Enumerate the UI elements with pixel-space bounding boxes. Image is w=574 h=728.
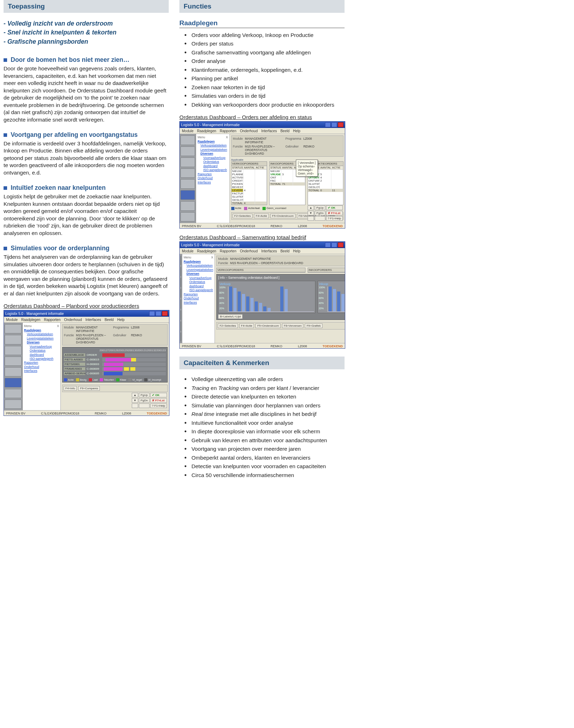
table-row[interactable]: BEVESTGN — [232, 186, 267, 189]
tree-node[interactable]: Onderhoud — [24, 365, 59, 369]
tree-node[interactable]: Rapporten — [24, 361, 59, 365]
fn-key-button[interactable]: F9=Grafiek — [305, 323, 323, 328]
sidebar-button[interactable] — [180, 201, 195, 211]
table-row[interactable]: PLANNEN — [232, 173, 267, 176]
gantt-bar[interactable] — [124, 367, 129, 371]
minimize-icon[interactable] — [325, 122, 331, 127]
cancel-button[interactable]: ✘ F7=Lst — [326, 211, 343, 215]
pgdn-button[interactable]: PgDn — [315, 211, 325, 215]
sidebar-button[interactable] — [180, 157, 195, 167]
gantt-bar[interactable] — [130, 367, 135, 371]
fn-key-button[interactable]: F2=Selecties — [218, 323, 238, 328]
tree-node[interactable]: Rapporten — [184, 293, 213, 296]
close-icon[interactable] — [338, 122, 343, 127]
menu-item[interactable]: Raadplegen — [21, 318, 40, 322]
sidebar[interactable] — [180, 254, 182, 343]
tree-node[interactable]: Verkoopstatistieken — [184, 264, 213, 268]
menu-item[interactable]: Rapporten — [44, 318, 61, 322]
tree-node[interactable]: ISO-aangelegenh — [197, 168, 228, 172]
gantt-bar[interactable] — [104, 372, 123, 375]
ok-button[interactable]: ✔ OK — [150, 393, 167, 397]
sidebar-button[interactable] — [5, 324, 22, 333]
sidebar-button[interactable] — [180, 190, 195, 200]
chart-panel[interactable]: [ Info – Samenvatting orderstatus dashbo… — [216, 274, 345, 320]
up-arrow-icon[interactable]: ▲ — [132, 393, 138, 397]
tree-close-icon[interactable]: X — [57, 324, 59, 328]
tree-node[interactable]: Diversen — [197, 152, 228, 156]
menu-item[interactable]: Rapporten — [220, 249, 237, 253]
tree-close-icon[interactable]: X — [211, 256, 213, 259]
menu-bar[interactable]: ModuleRaadplegenRapportenOnderhoudInterf… — [4, 317, 169, 323]
window-titlebar[interactable]: Logistix 5.0 - Management informatie — [4, 310, 169, 317]
table-row[interactable]: ACTIVERN — [232, 176, 267, 179]
menu-item[interactable]: Beeld — [280, 249, 289, 253]
tree-node[interactable]: Orderstatus dashboard — [24, 349, 59, 357]
tree-node[interactable]: Orderstatus dashboard — [197, 160, 228, 168]
tree-node[interactable]: Raadplegen — [197, 140, 228, 144]
menu-item[interactable]: Help — [293, 129, 300, 133]
sidebar-button[interactable] — [180, 146, 195, 156]
table-row[interactable]: GESLOTEN — [308, 186, 343, 189]
gantt-row[interactable]: FRAME/0003C-000009 — [64, 366, 166, 371]
sidebar-button[interactable] — [180, 256, 181, 265]
menu-bar[interactable]: ModuleRaadplegenRapportenOnderhoudInterf… — [180, 128, 345, 134]
tree-node[interactable]: Voorraadverloop — [24, 345, 59, 349]
tree-close-icon[interactable]: X — [226, 135, 228, 139]
status-table[interactable]: VERKOOPORDERSSTATUSAANTALACTIENIEUWPLANN… — [231, 161, 267, 205]
fn-key-button[interactable]: F8=Verversen — [282, 323, 303, 328]
nav-tree[interactable]: MenuX RaadplegenVerkoopstatistiekenLever… — [23, 323, 61, 410]
tree-node[interactable]: Interfaces — [184, 301, 213, 305]
sidebar-button[interactable] — [180, 332, 181, 342]
tree-node[interactable]: Diversen — [24, 341, 59, 344]
sidebar-button[interactable] — [5, 335, 22, 344]
sidebar[interactable] — [180, 134, 196, 223]
sidebar-button[interactable] — [180, 289, 181, 298]
fn-key-button[interactable]: F4=Actie — [239, 323, 254, 328]
menu-item[interactable]: Module — [182, 129, 194, 133]
gantt-bar[interactable] — [104, 363, 123, 366]
sidebar-button[interactable] — [5, 357, 22, 366]
sidebar-button[interactable] — [5, 389, 22, 398]
table-row[interactable]: CREDITST — [232, 179, 267, 182]
gantt-bar[interactable] — [104, 367, 123, 371]
menu-item[interactable]: Raadplegen — [197, 129, 216, 133]
sidebar-button[interactable] — [180, 267, 181, 276]
tree-node[interactable]: Interfaces — [24, 369, 59, 373]
tree-node[interactable]: ISO-aangelegenh — [184, 288, 213, 292]
tree-node[interactable]: Voorraadverloop — [197, 156, 228, 160]
gantt-row[interactable]: ARBEID-SERVICEC-000005 — [64, 371, 166, 376]
nav-tree[interactable]: MenuX RaadplegenVerkoopstatistiekenLever… — [182, 254, 215, 343]
sidebar-button[interactable] — [5, 346, 22, 355]
sidebar-button[interactable] — [180, 212, 195, 222]
table-row[interactable]: SLUITEN — [232, 195, 267, 198]
pgdn-button[interactable]: PgDn — [139, 398, 150, 403]
window-titlebar[interactable]: Logistix 5.0 - Management informatie — [180, 242, 345, 248]
close-icon[interactable] — [338, 242, 343, 247]
menu-item[interactable]: Beeld — [280, 129, 289, 133]
pgup-button[interactable]: PgUp — [315, 205, 325, 210]
menu-item[interactable]: Module — [6, 318, 18, 322]
down-arrow-icon[interactable]: ▼ — [132, 398, 138, 403]
tree-node[interactable]: Onderhoud — [184, 296, 213, 300]
nav-tree[interactable]: MenuX RaadplegenVerkoopstatistiekenLever… — [196, 134, 229, 223]
maximize-icon[interactable] — [331, 242, 337, 247]
help-button[interactable]: ? F1=Help — [150, 403, 167, 408]
gantt-bar[interactable] — [131, 358, 136, 362]
fn-key-button[interactable]: F2=Selecties — [233, 214, 253, 218]
tree-node[interactable]: Verkoopstatistieken — [24, 332, 59, 336]
fn-key-button[interactable]: F4=Info — [64, 386, 77, 391]
tree-node[interactable]: Verkoopstatistieken — [197, 144, 228, 148]
table-row[interactable]: ONTVANGN2 — [308, 179, 343, 182]
pgup-button[interactable]: PgUp — [139, 393, 150, 397]
gantt-bar[interactable] — [105, 358, 131, 362]
menu-item[interactable]: Beeld — [104, 318, 114, 322]
sidebar-button[interactable] — [180, 321, 181, 331]
up-arrow-icon[interactable]: ▲ — [308, 205, 314, 210]
menu-bar[interactable]: ModuleRaadplegenRapportenOnderhoudInterf… — [180, 248, 345, 254]
minimize-icon[interactable] — [149, 311, 155, 316]
table-row[interactable]: NIEUW — [232, 170, 267, 173]
tree-node[interactable]: Voorraadverloop — [184, 276, 213, 280]
sidebar-button[interactable] — [180, 179, 195, 189]
menu-item[interactable]: Interfaces — [261, 249, 277, 253]
table-row[interactable]: FAC — [270, 179, 305, 182]
